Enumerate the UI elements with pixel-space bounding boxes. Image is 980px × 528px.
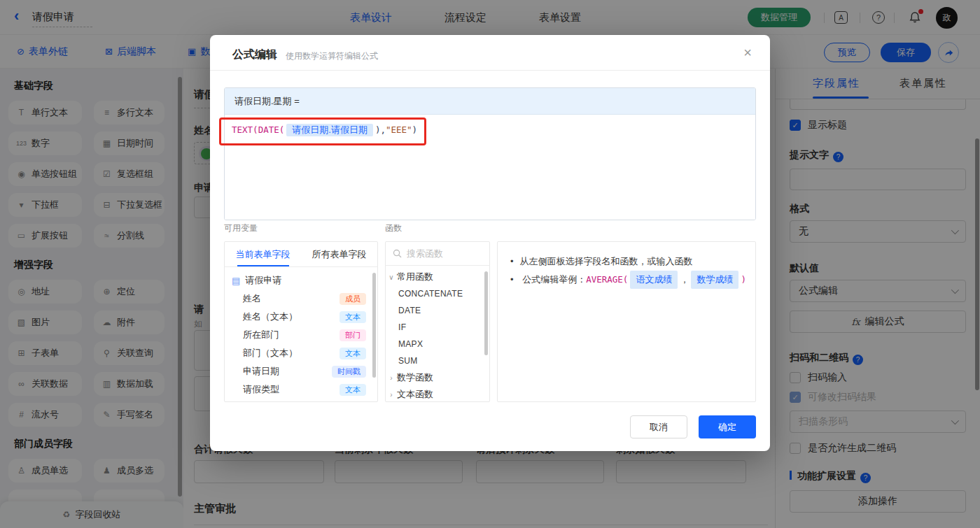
function-item[interactable]: CONCATENATE <box>386 285 489 302</box>
functions-panel: 搜索函数 ∨常用函数 CONCATENATE DATE IF MAPX SUM … <box>385 241 490 402</box>
search-placeholder: 搜索函数 <box>407 248 443 260</box>
variable-item[interactable]: 部门（文本）文本 <box>225 344 377 362</box>
hint-line-2: 公式编辑举例：AVERAGE(语文成绩，数学成绩) <box>510 271 743 289</box>
modal-title: 公式编辑 <box>232 48 277 62</box>
variables-scrollbar[interactable] <box>372 273 376 378</box>
functions-scrollbar[interactable] <box>484 271 488 355</box>
function-group-common[interactable]: ∨常用函数 <box>386 269 489 285</box>
modal-subtitle: 使用数学运算符编辑公式 <box>286 50 378 62</box>
example-paren: ) <box>741 274 746 285</box>
function-item[interactable]: SUM <box>386 352 489 369</box>
cancel-button[interactable]: 取消 <box>630 415 687 438</box>
chevron-right-icon: › <box>386 391 397 399</box>
function-item[interactable]: DATE <box>386 302 489 319</box>
tab-current-form-fields[interactable]: 当前表单字段 <box>225 248 301 261</box>
variable-item[interactable]: 姓名（文本）文本 <box>225 308 377 326</box>
formula-paren: ) <box>412 124 418 135</box>
type-tag: 文本 <box>340 311 366 323</box>
variables-tabs: 当前表单字段 所有表单字段 <box>225 242 377 267</box>
function-group-text[interactable]: ›文本函数 <box>386 386 489 402</box>
formula-keyword-date: DATE( <box>258 124 285 135</box>
variables-section-label: 可用变量 <box>224 222 258 234</box>
example-chip: 数学成绩 <box>691 271 738 289</box>
chevron-right-icon: › <box>386 374 397 382</box>
type-tag: 时间戳 <box>332 366 366 378</box>
formula-variable-chip[interactable]: 请假日期.请假日期 <box>286 124 373 136</box>
variable-item[interactable]: 申请日期时间戳 <box>225 362 377 380</box>
function-group-math[interactable]: ›数学函数 <box>386 369 489 386</box>
function-search-input[interactable]: 搜索函数 <box>386 242 489 266</box>
formula-edit-modal: 公式编辑 使用数学运算符编辑公式 × 请假日期.星期 = TEXT(DATE(请… <box>210 35 770 451</box>
search-icon <box>393 249 402 258</box>
tree-root-form[interactable]: ▤请假申请 <box>225 271 377 290</box>
active-tab-underline <box>237 265 289 266</box>
formula-string: "EEE" <box>386 124 412 135</box>
variable-item[interactable]: 姓名成员 <box>225 290 377 308</box>
formula-input-area[interactable]: TEXT(DATE(请假日期.请假日期),"EEE") <box>225 115 755 220</box>
variable-item[interactable]: 所在部门部门 <box>225 326 377 344</box>
variables-tree: ▤请假申请 姓名成员 姓名（文本）文本 所在部门部门 部门（文本）文本 申请日期… <box>225 267 377 399</box>
function-item[interactable]: MAPX <box>386 336 489 352</box>
example-function: AVERAGE( <box>586 274 628 285</box>
function-item[interactable]: IF <box>386 319 489 336</box>
formula-keyword-text: TEXT( <box>232 124 258 135</box>
type-tag: 文本 <box>340 348 366 359</box>
hint-line-1: 从左侧面板选择字段名和函数，或输入函数 <box>510 252 743 271</box>
formula-target: 请假日期.星期 = <box>225 88 755 115</box>
modal-header-divider <box>210 70 770 71</box>
formula-comma: , <box>380 124 386 135</box>
formula-editor: 请假日期.星期 = TEXT(DATE(请假日期.请假日期),"EEE") <box>224 87 756 220</box>
type-tag: 文本 <box>340 384 366 396</box>
form-doc-icon: ▤ <box>232 276 240 286</box>
variables-panel: 当前表单字段 所有表单字段 ▤请假申请 姓名成员 姓名（文本）文本 所在部门部门… <box>224 241 378 402</box>
type-tag: 成员 <box>340 293 366 305</box>
example-chip: 语文成绩 <box>630 271 678 289</box>
hints-panel: 从左侧面板选择字段名和函数，或输入函数 公式编辑举例：AVERAGE(语文成绩，… <box>497 241 756 402</box>
tab-all-form-fields[interactable]: 所有表单字段 <box>301 248 377 261</box>
functions-section-label: 函数 <box>385 222 402 234</box>
confirm-button[interactable]: 确定 <box>699 415 756 438</box>
variable-item[interactable]: 请假类型文本 <box>225 380 377 399</box>
type-tag: 部门 <box>340 329 366 341</box>
close-icon[interactable]: × <box>743 45 752 61</box>
chevron-down-icon: ∨ <box>386 273 397 281</box>
